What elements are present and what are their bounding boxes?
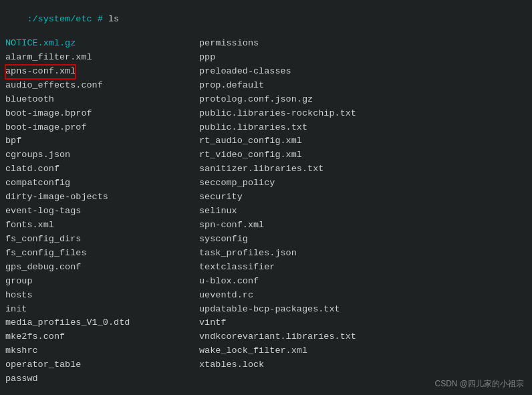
file-col2: rt_audio_config.xml [199,134,302,148]
file-col2: preloaded-classes [199,65,291,79]
file-col1: bpf [5,134,199,148]
file-col2: prop.default [199,79,264,93]
file-col1: boot-image.bprof [5,107,199,121]
file-col2: ueventd.rc [199,289,253,303]
list-item: boot-image.profpublic.libraries.txt [5,121,527,135]
list-item: operator_tablextables.lock [5,358,527,372]
file-col1: init [5,303,199,317]
list-item: media_profiles_V1_0.dtdvintf [5,316,527,330]
file-col2: task_profiles.json [199,247,297,261]
file-col2: seccomp_policy [199,176,275,190]
file-col1: apns-conf.xml [5,65,199,79]
list-item: fs_config_filestask_profiles.json [5,247,527,261]
file-col1: fs_config_dirs [5,233,199,247]
list-item: bluetoothprotolog.conf.json.gz [5,93,527,107]
list-item: bpfrt_audio_config.xml [5,134,527,148]
file-col1: cgroups.json [5,148,199,162]
list-item: compatconfigseccomp_policy [5,176,527,190]
file-col2: public.libraries-rockchip.txt [199,107,356,121]
list-item: audio_effects.confprop.default [5,79,527,93]
list-item: initupdatable-bcp-packages.txt [5,303,527,317]
file-col1: operator_table [5,358,199,372]
file-col2: textclassifier [199,261,275,275]
list-item: boot-image.bprofpublic.libraries-rockchi… [5,107,527,121]
file-col2: rt_video_config.xml [199,148,302,162]
file-col1: media_profiles_V1_0.dtd [5,316,199,330]
file-listing: NOTICE.xml.gzpermissionsalarm_filter.xml… [5,37,527,386]
prompt-text: :/system/etc # [27,14,108,24]
list-item: gps_debug.conftextclassifier [5,261,527,275]
file-col2: xtables.lock [199,358,264,372]
file-col1: bluetooth [5,93,199,107]
list-item: mke2fs.confvndkcorevariant.libraries.txt [5,330,527,344]
file-col1: passwd [5,372,199,386]
file-col1: hosts [5,289,199,303]
list-item: hostsueventd.rc [5,289,527,303]
file-col2: vintf [199,316,227,330]
file-col1: gps_debug.conf [5,261,199,275]
file-col2: protolog.conf.json.gz [199,93,313,107]
file-col1: dirty-image-objects [5,190,199,205]
file-col2: spn-conf.xml [199,219,264,233]
list-item: NOTICE.xml.gzpermissions [5,37,527,51]
file-col2: wake_lock_filter.xml [199,344,307,358]
file-col1: compatconfig [5,176,199,190]
file-col1: audio_effects.conf [5,79,199,93]
file-col1: clatd.conf [5,162,199,176]
list-item: alarm_filter.xmlppp [5,51,527,65]
command-text: ls [108,14,119,24]
list-item: groupu-blox.conf [5,275,527,289]
file-col2: selinux [199,205,237,219]
list-item: fonts.xmlspn-conf.xml [5,219,527,233]
list-item: cgroups.jsonrt_video_config.xml [5,148,527,162]
file-col1: fs_config_files [5,247,199,261]
file-col2: u-blox.conf [199,275,259,289]
list-item: clatd.confsanitizer.libraries.txt [5,162,527,176]
file-col2: vndkcorevariant.libraries.txt [199,330,356,344]
file-col1: mkshrc [5,344,199,358]
file-col1: event-log-tags [5,205,199,219]
prompt-line: :/system/etc # ls [5,4,527,34]
file-col2: public.libraries.txt [199,121,307,135]
list-item: dirty-image-objectssecurity [5,190,527,205]
file-col2: permissions [199,37,259,51]
file-col1: boot-image.prof [5,121,199,135]
file-col2: sanitizer.libraries.txt [199,162,323,176]
file-col2: security [199,190,243,205]
list-item: mkshrcwake_lock_filter.xml [5,344,527,358]
file-col1: group [5,275,199,289]
file-col1: mke2fs.conf [5,330,199,344]
list-item: apns-conf.xmlpreloaded-classes [5,65,527,79]
file-col2: sysconfig [199,233,248,247]
file-col1: alarm_filter.xml [5,51,199,65]
watermark: CSDN @四儿家的小祖宗 [434,378,524,390]
file-col2: ppp [199,51,215,65]
file-col2: updatable-bcp-packages.txt [199,303,340,317]
terminal-window: :/system/etc # ls NOTICE.xml.gzpermissio… [0,0,532,395]
file-col1: fonts.xml [5,219,199,233]
file-col1: NOTICE.xml.gz [5,37,199,51]
list-item: event-log-tagsselinux [5,205,527,219]
list-item: fs_config_dirssysconfig [5,233,527,247]
